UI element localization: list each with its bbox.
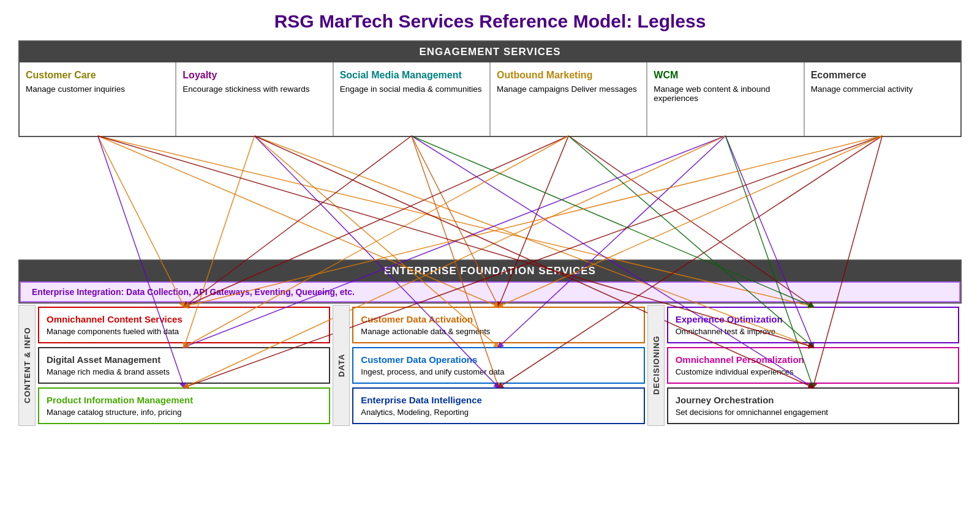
arrow-area [18,137,962,260]
right-box-desc-2: Set decisions for omnichannel engagement [676,408,951,417]
card-desc-outbound-marketing: Manage campaigns Deliver messages [497,84,640,94]
left-boxes: Omnichannel Content Services Manage comp… [36,305,333,426]
right-box-desc-1: Customize individual experiences [676,367,951,376]
mid-box-1: Customer Data Operations Ingest, process… [352,347,644,384]
card-title-ecommerce: Ecommerce [811,70,954,81]
right-box-desc-0: Omnichannel test & improve [676,327,951,336]
left-box-desc-0: Manage components fueled with data [47,327,322,336]
content-label: CONTENT & INFO [18,305,36,426]
mid-boxes: Customer Data Activation Manage actionab… [350,305,647,426]
enterprise-integration: Enterprise Integration: Data Collection,… [20,282,960,302]
card-title-wcm: WCM [654,70,797,81]
mid-box-desc-1: Ingest, process, and unify customer data [361,367,636,376]
mid-box-title-0: Customer Data Activation [361,314,636,324]
mid-box-desc-2: Analytics, Modeling, Reporting [361,408,636,417]
bottom-three-cols: CONTENT & INFO Omnichannel Content Servi… [18,305,962,426]
integration-label: Enterprise Integration: [32,287,124,297]
left-box-desc-2: Manage catalog structure, info, pricing [47,408,322,417]
mid-group: DATA Customer Data Activation Manage act… [333,305,647,426]
engagement-card-social-media: Social Media Management Engage in social… [333,62,490,136]
right-group: DECISIONING Experience Optimization Omni… [647,305,962,426]
right-boxes: Experience Optimization Omnichannel test… [665,305,962,426]
card-desc-customer-care: Manage customer inquiries [26,84,169,94]
left-box-1: Digital Asset Management Manage rich med… [38,347,330,384]
engagement-card-customer-care: Customer Care Manage customer inquiries [20,62,176,136]
right-box-title-0: Experience Optimization [676,314,951,324]
card-title-customer-care: Customer Care [26,70,169,81]
right-box-title-2: Journey Orchestration [676,395,951,405]
left-box-title-1: Digital Asset Management [47,354,322,365]
decisioning-label: DECISIONING [647,305,665,426]
mid-box-title-2: Enterprise Data Intelligence [361,395,636,405]
card-desc-ecommerce: Manage commercial activity [811,84,954,94]
left-box-desc-1: Manage rich media & brand assets [47,367,322,376]
left-group: CONTENT & INFO Omnichannel Content Servi… [18,305,333,426]
right-box-1: Omnichannel Personalization Customize in… [667,347,959,384]
left-box-title-0: Omnichannel Content Services [47,314,322,324]
left-box-title-2: Product Information Management [47,395,322,405]
mid-box-desc-0: Manage actionable data & segments [361,327,636,336]
arrows-diagram [18,137,962,260]
left-box-2: Product Information Management Manage ca… [38,387,330,424]
engagement-header: ENGAGEMENT SERVICES [20,42,960,62]
right-box-0: Experience Optimization Omnichannel test… [667,307,959,343]
engagement-section: ENGAGEMENT SERVICES Customer Care Manage… [18,40,962,137]
engagement-card-loyalty: Loyalty Encourage stickiness with reward… [176,62,333,136]
left-box-0: Omnichannel Content Services Manage comp… [38,307,330,343]
engagement-card-wcm: WCM Manage web content & inbound experie… [647,62,804,136]
engagement-cards: Customer Care Manage customer inquiries … [20,62,960,136]
engagement-card-ecommerce: Ecommerce Manage commercial activity [804,62,960,136]
card-title-outbound-marketing: Outbound Marketing [497,70,640,81]
right-box-2: Journey Orchestration Set decisions for … [667,387,959,424]
card-title-social-media: Social Media Management [340,70,483,81]
card-title-loyalty: Loyalty [183,70,326,81]
mid-box-0: Customer Data Activation Manage actionab… [352,307,644,343]
page: RSG MarTech Services Reference Model: Le… [12,0,968,437]
page-title: RSG MarTech Services Reference Model: Le… [18,11,962,32]
integration-desc: Data Collection, API Gateways, Eventing,… [126,287,355,297]
enterprise-header: ENTERPRISE FOUNDATION SERVICES [20,261,960,282]
card-desc-wcm: Manage web content & inbound experiences [654,84,797,103]
mid-box-title-1: Customer Data Operations [361,354,636,365]
right-box-title-1: Omnichannel Personalization [676,354,951,365]
engagement-card-outbound-marketing: Outbound Marketing Manage campaigns Deli… [490,62,647,136]
card-desc-social-media: Engage in social media & communities [340,84,483,94]
enterprise-section: ENTERPRISE FOUNDATION SERVICES Enterpris… [18,260,962,304]
data-label: DATA [333,305,350,426]
card-desc-loyalty: Encourage stickiness with rewards [183,84,326,94]
mid-box-2: Enterprise Data Intelligence Analytics, … [352,387,644,424]
